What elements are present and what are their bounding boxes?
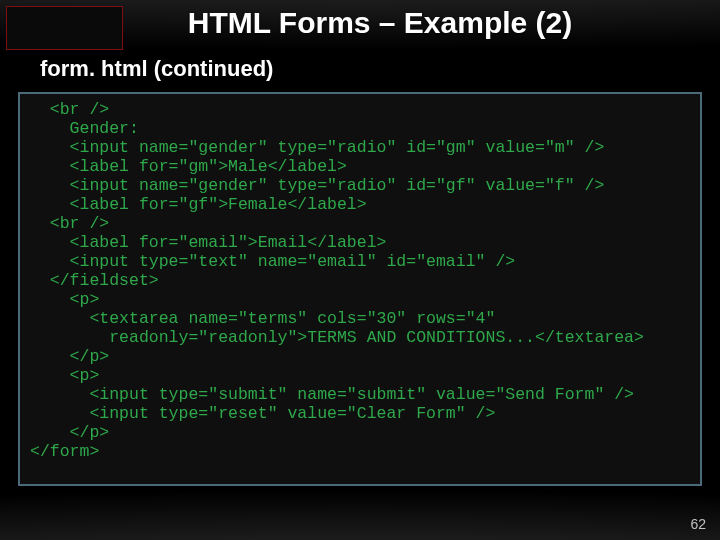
decorative-bottom-wave	[0, 480, 720, 540]
code-block: <br /> Gender: <input name="gender" type…	[30, 100, 690, 461]
slide-subtitle: form. html (continued)	[40, 56, 273, 82]
code-block-frame: <br /> Gender: <input name="gender" type…	[18, 92, 702, 486]
page-number: 62	[690, 516, 706, 532]
slide-title: HTML Forms – Example (2)	[0, 6, 720, 40]
